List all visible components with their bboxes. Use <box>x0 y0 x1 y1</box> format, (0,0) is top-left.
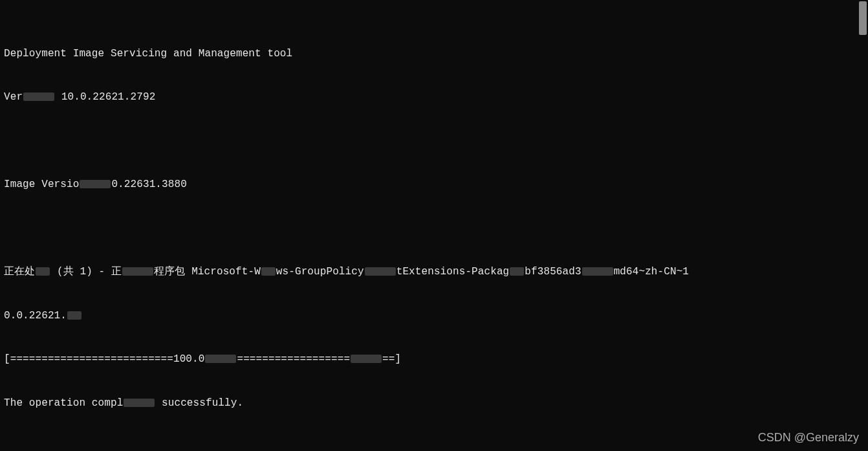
blank-line <box>4 134 864 149</box>
dism-version: Ver 10.0.22621.2792 <box>4 90 864 105</box>
redacted-text <box>365 267 396 276</box>
redacted-text <box>80 180 111 188</box>
progress-bar: [==========================100.0========… <box>4 352 864 367</box>
redacted-text <box>122 267 153 276</box>
redacted-text <box>36 267 50 276</box>
blank-line <box>4 221 864 236</box>
processing-line: 正在处 (共 1) - 正程序包 Microsoft-Wws-GroupPoli… <box>4 265 864 280</box>
blank-line <box>4 439 864 451</box>
dism-header: Deployment Image Servicing and Managemen… <box>4 47 864 61</box>
redacted-text <box>124 399 155 407</box>
scrollbar-thumb[interactable] <box>859 1 867 35</box>
redacted-text <box>23 93 54 101</box>
redacted-text <box>205 355 236 363</box>
redacted-text <box>261 267 276 276</box>
redacted-text <box>67 311 81 320</box>
terminal-output: Deployment Image Servicing and Managemen… <box>0 0 868 451</box>
completion-line: The operation compl successfully. <box>4 396 864 411</box>
processing-line-2: 0.0.22621. <box>4 309 864 324</box>
redacted-text <box>351 355 382 363</box>
redacted-text <box>582 267 613 276</box>
redacted-text <box>510 267 524 276</box>
scrollbar[interactable] <box>858 0 868 451</box>
image-version: Image Versio0.22631.3880 <box>4 177 864 192</box>
